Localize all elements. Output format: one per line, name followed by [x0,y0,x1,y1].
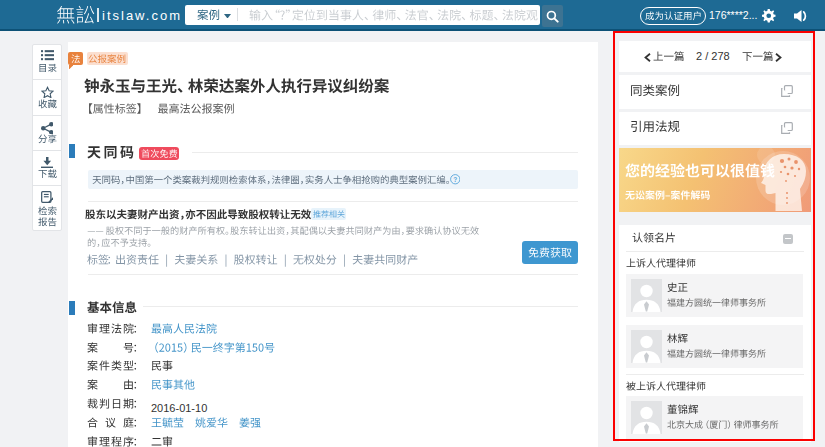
svg-text:?: ? [453,176,457,183]
